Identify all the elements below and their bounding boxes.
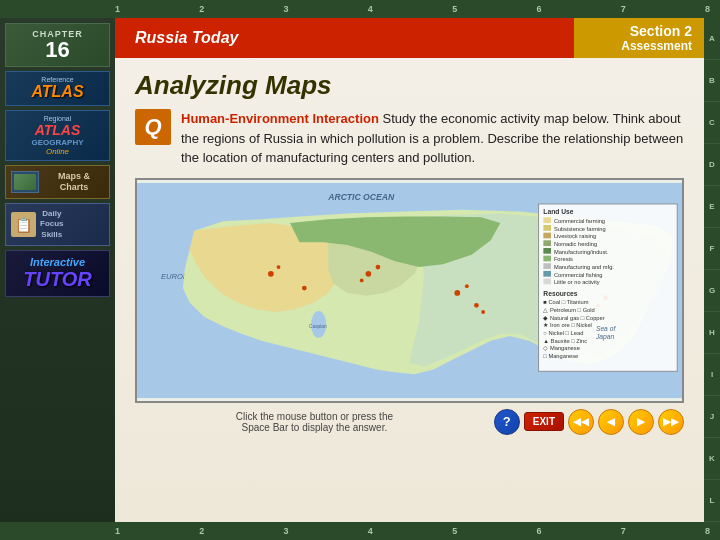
top-num-3: 3	[284, 4, 289, 14]
reference-atlas-button[interactable]: Reference ATLAS	[5, 71, 110, 106]
geography-label: GEOGRAPHY	[10, 138, 105, 147]
svg-rect-33	[543, 278, 551, 284]
caption-area: Click the mouse button or press the Spac…	[115, 403, 704, 439]
interactive-tutor-button[interactable]: Interactive TUTOR	[5, 250, 110, 297]
bottom-num-4: 4	[368, 526, 373, 536]
prev-icon: ◀	[607, 416, 615, 427]
svg-text:▲ Bauxite   □ Zinc: ▲ Bauxite □ Zinc	[543, 337, 587, 343]
prev-prev-icon: ◀◀	[573, 416, 589, 427]
reference-label: Reference	[10, 76, 105, 83]
side-letter-h: H	[704, 312, 720, 354]
russia-today-header: Russia Today	[115, 18, 574, 58]
svg-point-4	[376, 264, 381, 269]
svg-text:Subsistence farming: Subsistence farming	[554, 225, 606, 231]
side-letter-d: D	[704, 144, 720, 186]
bottom-numbers: 1 2 3 4 5 6 7 8	[0, 526, 720, 536]
top-num-4: 4	[368, 4, 373, 14]
top-num-2: 2	[199, 4, 204, 14]
svg-point-14	[481, 310, 485, 314]
side-letter-l: L	[704, 480, 720, 522]
svg-text:Manufacturing and mfg.: Manufacturing and mfg.	[554, 263, 614, 269]
top-number-bar: 1 2 3 4 5 6 7 8	[0, 0, 720, 18]
map-caption: Click the mouse button or press the Spac…	[135, 411, 494, 433]
online-label: Online	[10, 147, 105, 156]
top-num-5: 5	[452, 4, 457, 14]
exit-button[interactable]: EXIT	[524, 412, 564, 431]
next-next-icon: ▶▶	[663, 416, 679, 427]
daily-label: DailyFocusSkills	[40, 209, 64, 240]
daily-icon: 📋	[11, 212, 36, 237]
svg-text:Commercial fishing: Commercial fishing	[554, 271, 603, 277]
header-bar: Russia Today Section 2 Assessment	[115, 18, 704, 58]
atlas-title: ATLAS	[10, 83, 105, 101]
svg-point-5	[360, 278, 364, 282]
question-area: Q Human-Environment Interaction Study th…	[115, 109, 704, 178]
top-numbers: 1 2 3 4 5 6 7 8	[0, 4, 720, 14]
svg-rect-29	[543, 263, 551, 269]
section-header: Section 2 Assessment	[574, 18, 704, 58]
side-letter-b: B	[704, 60, 720, 102]
side-letters: A B C D E F G H I J K L	[704, 18, 720, 522]
next-icon: ▶	[637, 416, 645, 427]
daily-focus-button[interactable]: 📋 DailyFocusSkills	[5, 203, 110, 246]
next-button[interactable]: ▶	[628, 409, 654, 435]
svg-rect-25	[543, 247, 551, 253]
svg-text:★ Iron ore   □ Nickel: ★ Iron ore □ Nickel	[543, 322, 592, 328]
maps-icon	[11, 171, 39, 193]
svg-rect-23	[543, 240, 551, 246]
page-title: Analyzing Maps	[115, 58, 704, 109]
svg-rect-27	[543, 255, 551, 261]
left-panel: CHAPTER 16 Reference ATLAS Regional ATLA…	[0, 18, 115, 522]
atlas2-title: ATLAS	[10, 122, 105, 138]
prev-prev-button[interactable]: ◀◀	[568, 409, 594, 435]
section-number: Section 2	[630, 23, 692, 39]
main-content: Russia Today Section 2 Assessment Analyz…	[115, 18, 704, 522]
svg-text:Sea of: Sea of	[596, 325, 616, 332]
svg-text:Caspian: Caspian	[309, 324, 327, 329]
next-next-button[interactable]: ▶▶	[658, 409, 684, 435]
help-icon: ?	[503, 414, 511, 429]
svg-rect-19	[543, 225, 551, 231]
bottom-num-6: 6	[536, 526, 541, 536]
svg-rect-17	[543, 217, 551, 223]
svg-point-7	[277, 265, 281, 269]
svg-text:Land Use: Land Use	[543, 208, 573, 215]
tutor-label: TUTOR	[11, 268, 104, 291]
top-num-1: 1	[115, 4, 120, 14]
side-letter-i: I	[704, 354, 720, 396]
side-letter-c: C	[704, 102, 720, 144]
help-button[interactable]: ?	[494, 409, 520, 435]
top-num-6: 6	[536, 4, 541, 14]
svg-text:ARCTIC OCEAN: ARCTIC OCEAN	[327, 192, 395, 202]
regional-atlas-button[interactable]: Regional ATLAS GEOGRAPHY Online	[5, 110, 110, 161]
svg-text:Nomadic herding: Nomadic herding	[554, 241, 597, 247]
top-num-7: 7	[621, 4, 626, 14]
side-letter-g: G	[704, 270, 720, 312]
side-letter-f: F	[704, 228, 720, 270]
chapter-number: 16	[11, 39, 104, 61]
svg-text:Commercial farming: Commercial farming	[554, 218, 605, 224]
svg-text:Manufacturing/indust.: Manufacturing/indust.	[554, 248, 609, 254]
svg-text:■ Coal     □ Titanium: ■ Coal □ Titanium	[543, 299, 588, 305]
prev-button[interactable]: ◀	[598, 409, 624, 435]
caption-line1: Click the mouse button or press the	[236, 411, 393, 422]
svg-text:Resources: Resources	[543, 289, 577, 296]
bottom-num-7: 7	[621, 526, 626, 536]
side-letter-a: A	[704, 18, 720, 60]
svg-text:◆ Natural gas  □ Copper: ◆ Natural gas □ Copper	[543, 314, 604, 320]
side-letter-k: K	[704, 438, 720, 480]
maps-charts-button[interactable]: Maps & Charts	[5, 165, 110, 199]
map-container[interactable]: ARCTIC OCEAN EUROPE	[135, 178, 684, 403]
svg-text:○ Nickel    □ Lead: ○ Nickel □ Lead	[543, 329, 583, 335]
assessment-label: Assessment	[621, 39, 692, 53]
svg-point-8	[302, 285, 307, 290]
svg-point-10	[465, 284, 469, 288]
interactive-label: Interactive	[11, 256, 104, 268]
svg-text:Forests: Forests	[554, 256, 573, 262]
top-num-8: 8	[705, 4, 710, 14]
regional-label: Regional	[10, 115, 105, 122]
chapter-block: CHAPTER 16	[5, 23, 110, 67]
navigation-buttons: ? EXIT ◀◀ ◀ ▶ ▶▶	[494, 409, 684, 435]
svg-point-6	[268, 270, 274, 276]
bottom-num-5: 5	[452, 526, 457, 536]
